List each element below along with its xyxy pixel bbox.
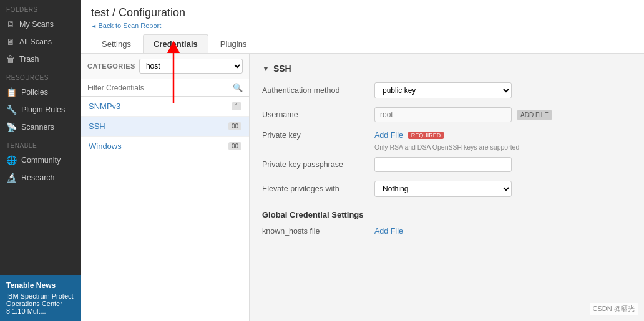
elevate-row: Elevate privileges with Nothing sudo su	[262, 181, 632, 197]
known-hosts-control: Add File	[374, 227, 632, 236]
private-key-row: Private key Add File REQUIRED	[262, 131, 632, 140]
elevate-control: Nothing sudo su	[374, 181, 632, 197]
news-title: Tenable News	[6, 281, 75, 290]
passphrase-control	[374, 157, 632, 172]
add-file-link-private-key[interactable]: Add File	[374, 131, 403, 140]
auth-method-row: Authentication method public key passwor…	[262, 82, 632, 98]
ssh-section-header: ▼ SSH	[262, 64, 632, 74]
folders-label: FOLDERS	[0, 0, 81, 16]
add-file-button-username[interactable]: ADD FILE	[517, 110, 552, 120]
auth-method-select[interactable]: public key password certificate	[374, 82, 512, 98]
sidebar-item-research[interactable]: 🔬 Research	[0, 169, 81, 186]
cred-count: 1	[232, 102, 242, 110]
page-header: test / Configuration Back to Scan Report…	[81, 0, 644, 54]
sidebar: FOLDERS 🖥 My Scans 🖥 All Scans 🗑 Trash R…	[0, 0, 81, 321]
sidebar-item-trash[interactable]: 🗑 Trash	[0, 50, 81, 68]
back-link[interactable]: Back to Scan Report	[91, 22, 161, 29]
tab-plugins[interactable]: Plugins	[210, 34, 258, 53]
sidebar-item-label: All Scans	[19, 37, 52, 46]
username-control: ADD FILE	[374, 107, 632, 122]
main-content: test / Configuration Back to Scan Report…	[81, 0, 644, 321]
ssh-section-title: SSH	[273, 64, 291, 74]
sidebar-item-my-scans[interactable]: 🖥 My Scans	[0, 16, 81, 33]
auth-method-label: Authentication method	[262, 86, 374, 95]
elevate-select[interactable]: Nothing sudo su	[374, 181, 512, 197]
sidebar-item-label: Scanners	[21, 123, 54, 132]
private-key-control: Add File REQUIRED	[374, 131, 632, 140]
resources-label: RESOURCES	[0, 68, 81, 84]
sidebar-item-policies[interactable]: 📋 Policies	[0, 84, 81, 101]
search-icon: 🔍	[233, 83, 243, 92]
section-toggle-icon[interactable]: ▼	[262, 64, 270, 73]
tab-settings[interactable]: Settings	[91, 34, 142, 53]
elevate-label: Elevate privileges with	[262, 184, 374, 193]
credentials-panel: CATEGORIES host 🔍 SNMPv3 1 SSH 00	[81, 54, 250, 321]
categories-select[interactable]: host	[139, 59, 243, 74]
all-scans-icon: 🖥	[6, 37, 15, 47]
username-input[interactable]	[374, 107, 512, 122]
cred-count: 00	[228, 142, 242, 150]
watermark: CSDN @晒光	[590, 303, 638, 315]
cred-name: Windows	[89, 141, 122, 151]
cred-item-snmpv3[interactable]: SNMPv3 1	[81, 97, 249, 117]
private-key-label: Private key	[262, 131, 374, 140]
sidebar-item-plugin-rules[interactable]: 🔧 Plugin Rules	[0, 101, 81, 118]
username-row: Username ADD FILE	[262, 107, 632, 122]
news-content: IBM Spectrum Protect Operations Center 8…	[6, 292, 75, 315]
sidebar-item-label: Policies	[21, 88, 48, 97]
plugin-rules-icon: 🔧	[6, 105, 17, 115]
required-badge: REQUIRED	[408, 132, 444, 139]
sidebar-item-label: Plugin Rules	[21, 105, 65, 114]
known-hosts-row: known_hosts file Add File	[262, 227, 632, 236]
global-cred-header: Global Credential Settings	[262, 206, 632, 219]
tab-credentials[interactable]: Credentials	[143, 34, 208, 53]
cred-item-windows[interactable]: Windows 00	[81, 137, 249, 156]
auth-method-control: public key password certificate	[374, 82, 632, 98]
credentials-list: SNMPv3 1 SSH 00 Windows 00	[81, 97, 249, 321]
cred-count: 00	[228, 122, 242, 130]
sidebar-item-all-scans[interactable]: 🖥 All Scans	[0, 33, 81, 50]
sidebar-item-label: My Scans	[19, 20, 54, 29]
username-label: Username	[262, 110, 374, 119]
sidebar-item-label: Community	[21, 156, 61, 165]
passphrase-row: Private key passphrase	[262, 157, 632, 172]
cred-item-ssh[interactable]: SSH 00	[81, 117, 249, 137]
tenable-news: Tenable News IBM Spectrum Protect Operat…	[0, 275, 81, 321]
ssh-config-panel: ▼ SSH Authentication method public key p…	[250, 54, 644, 321]
sidebar-item-scanners[interactable]: 📡 Scanners	[0, 118, 81, 136]
policies-icon: 📋	[6, 87, 17, 97]
sidebar-item-community[interactable]: 🌐 Community	[0, 151, 81, 169]
trash-icon: 🗑	[6, 54, 15, 64]
page-title: test / Configuration	[91, 6, 634, 19]
content-area: CATEGORIES host 🔍 SNMPv3 1 SSH 00	[81, 54, 644, 321]
filter-bar: 🔍	[81, 79, 249, 97]
tenable-label: TENABLE	[0, 136, 81, 151]
passphrase-label: Private key passphrase	[262, 160, 374, 169]
add-file-link-known-hosts[interactable]: Add File	[374, 227, 403, 236]
scanners-icon: 📡	[6, 122, 17, 132]
passphrase-input[interactable]	[374, 157, 512, 172]
sidebar-item-label: Trash	[19, 55, 39, 64]
tab-bar: Settings Credentials Plugins	[91, 34, 634, 53]
cred-name: SSH	[89, 122, 105, 131]
research-icon: 🔬	[6, 173, 17, 183]
community-icon: 🌐	[6, 155, 17, 165]
my-scans-icon: 🖥	[6, 19, 15, 29]
sidebar-item-label: Research	[21, 173, 55, 182]
categories-label: CATEGORIES	[87, 62, 135, 70]
private-key-hint: Only RSA and DSA OpenSSH keys are suppor…	[374, 143, 632, 151]
known-hosts-label: known_hosts file	[262, 227, 374, 236]
filter-input[interactable]	[87, 84, 233, 92]
categories-bar: CATEGORIES host	[81, 54, 249, 79]
cred-name: SNMPv3	[89, 102, 120, 111]
